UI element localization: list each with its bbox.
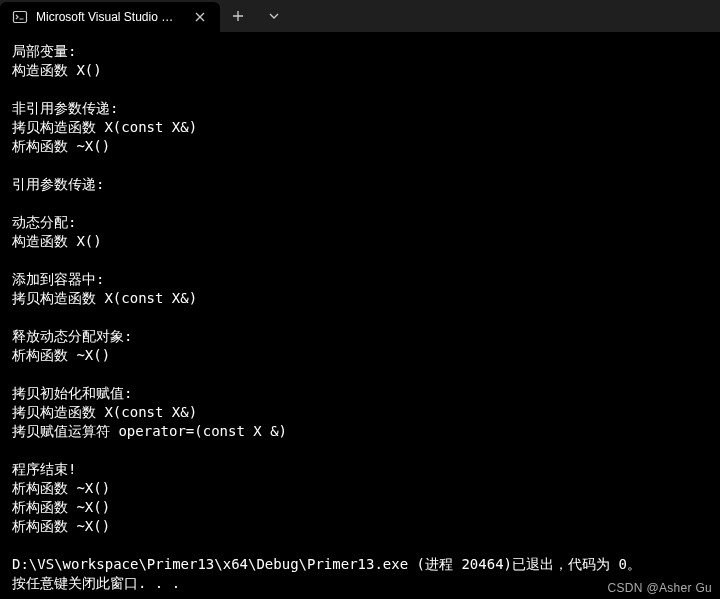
terminal-line: 析构函数 ~X() (12, 517, 708, 536)
terminal-output: 局部变量:构造函数 X() 非引用参数传递:拷贝构造函数 X(const X&)… (0, 32, 720, 593)
titlebar: Microsoft Visual Studio 调试控 (0, 0, 720, 32)
terminal-line: 局部变量: (12, 42, 708, 61)
terminal-line: 非引用参数传递: (12, 99, 708, 118)
terminal-line: 析构函数 ~X() (12, 498, 708, 517)
terminal-line: 程序结束! (12, 460, 708, 479)
terminal-line (12, 251, 708, 270)
close-icon[interactable] (192, 9, 208, 25)
terminal-line: 按任意键关闭此窗口. . . (12, 574, 708, 593)
tab-dropdown-button[interactable] (256, 0, 292, 32)
terminal-line: 拷贝构造函数 X(const X&) (12, 289, 708, 308)
active-tab[interactable]: Microsoft Visual Studio 调试控 (0, 2, 220, 32)
watermark: CSDN @Asher Gu (608, 581, 712, 595)
tab-title: Microsoft Visual Studio 调试控 (36, 9, 184, 26)
terminal-line: 析构函数 ~X() (12, 479, 708, 498)
terminal-line (12, 365, 708, 384)
terminal-line (12, 536, 708, 555)
terminal-line: 释放动态分配对象: (12, 327, 708, 346)
terminal-line: D:\VS\workspace\Primer13\x64\Debug\Prime… (12, 555, 708, 574)
terminal-icon (12, 9, 28, 25)
terminal-line (12, 156, 708, 175)
terminal-line (12, 194, 708, 213)
terminal-line: 析构函数 ~X() (12, 137, 708, 156)
terminal-line (12, 308, 708, 327)
terminal-line: 构造函数 X() (12, 61, 708, 80)
terminal-line: 动态分配: (12, 213, 708, 232)
terminal-line: 添加到容器中: (12, 270, 708, 289)
new-tab-button[interactable] (220, 0, 256, 32)
terminal-line: 析构函数 ~X() (12, 346, 708, 365)
svg-rect-0 (14, 12, 27, 23)
terminal-line: 构造函数 X() (12, 232, 708, 251)
terminal-line (12, 441, 708, 460)
terminal-line (12, 80, 708, 99)
terminal-line: 引用参数传递: (12, 175, 708, 194)
terminal-line: 拷贝构造函数 X(const X&) (12, 118, 708, 137)
terminal-line: 拷贝构造函数 X(const X&) (12, 403, 708, 422)
terminal-line: 拷贝初始化和赋值: (12, 384, 708, 403)
terminal-line: 拷贝赋值运算符 operator=(const X &) (12, 422, 708, 441)
